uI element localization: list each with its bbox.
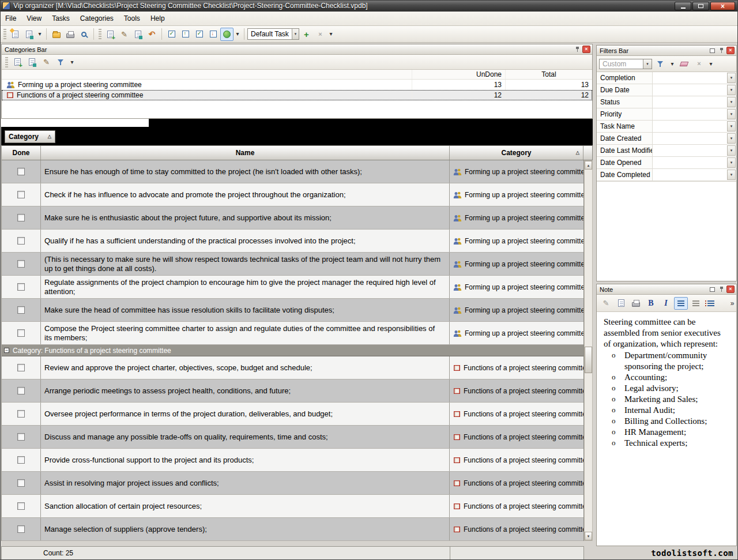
maximize-button[interactable] xyxy=(692,2,709,10)
done-checkbox[interactable] xyxy=(17,479,25,487)
menu-help[interactable]: Help xyxy=(145,13,170,24)
scroll-up-button[interactable] xyxy=(585,161,592,170)
close-panel-button[interactable] xyxy=(726,47,735,54)
menu-file[interactable]: File xyxy=(0,13,21,24)
apply-filter-button[interactable] xyxy=(654,57,667,70)
pin-panel-button[interactable] xyxy=(573,46,581,53)
table-row[interactable]: Check if he has influence to advocate an… xyxy=(2,183,583,206)
done-checkbox[interactable] xyxy=(17,525,25,533)
filter-value[interactable] xyxy=(653,133,736,144)
toolbar-grip[interactable] xyxy=(99,29,101,39)
filter-category-button[interactable] xyxy=(54,55,67,69)
filter-value[interactable] xyxy=(653,96,736,108)
table-row[interactable]: Compose the Project steering committee c… xyxy=(2,322,583,345)
done-checkbox[interactable] xyxy=(17,364,25,371)
table-row[interactable]: Discuss and manage any possible trade-of… xyxy=(2,426,583,449)
table-row[interactable]: Qualify if he has a sufficient understan… xyxy=(2,230,583,253)
table-row[interactable]: Make sure he is enthusiastic about the p… xyxy=(2,206,583,230)
chevron-down-icon[interactable] xyxy=(727,109,736,119)
done-checkbox[interactable] xyxy=(17,387,25,394)
close-button[interactable] xyxy=(710,2,735,10)
italic-button[interactable] xyxy=(659,297,673,310)
chevron-down-icon[interactable] xyxy=(727,121,736,131)
categories-toolbar-chevron[interactable] xyxy=(69,55,76,69)
filter-value[interactable] xyxy=(653,157,736,168)
menu-tools[interactable]: Tools xyxy=(119,13,145,24)
done-checkbox[interactable] xyxy=(17,283,25,291)
float-panel-button[interactable] xyxy=(708,47,716,54)
filter-value[interactable] xyxy=(653,72,736,84)
print-button[interactable] xyxy=(63,28,77,41)
table-row[interactable]: (This is necessary to make sure he will … xyxy=(2,253,583,276)
chevron-down-icon[interactable] xyxy=(727,97,736,107)
done-column-header[interactable]: Done xyxy=(2,146,41,160)
menu-view[interactable]: View xyxy=(21,13,47,24)
category-column-header[interactable]: Category xyxy=(450,146,583,160)
duplicate-task-button[interactable] xyxy=(131,28,145,41)
open-file-button[interactable] xyxy=(22,28,36,41)
filter-value[interactable] xyxy=(653,84,736,96)
chevron-down-icon[interactable] xyxy=(643,59,652,69)
note-header[interactable]: Note xyxy=(597,284,736,295)
pin-panel-button[interactable] xyxy=(717,47,725,54)
clear-filter-button[interactable] xyxy=(677,57,691,70)
print-preview-button[interactable] xyxy=(77,28,91,41)
done-checkbox[interactable] xyxy=(17,237,25,245)
add-subcategory-button[interactable] xyxy=(25,55,39,69)
bullet-list-button[interactable] xyxy=(704,297,718,310)
chevron-down-icon[interactable] xyxy=(727,170,736,180)
titlebar[interactable]: Vip organizer [M:\Vlad\Checklists\Projec… xyxy=(0,0,738,12)
done-checkbox[interactable] xyxy=(17,456,25,464)
toolbar-grip[interactable] xyxy=(3,29,6,39)
app-icon[interactable] xyxy=(2,2,10,10)
done-checkbox[interactable] xyxy=(17,329,25,337)
edit-task-button[interactable] xyxy=(118,28,131,41)
menu-categories[interactable]: Categories xyxy=(75,13,119,24)
group-header-row[interactable]: Category: Functions of a project steerin… xyxy=(2,345,583,356)
delete-filter-button[interactable] xyxy=(692,57,706,70)
chevron-down-icon[interactable] xyxy=(727,157,736,168)
note-toolbar-overflow[interactable] xyxy=(728,297,736,310)
done-checkbox[interactable] xyxy=(17,410,25,418)
open-file-dropdown[interactable] xyxy=(36,28,43,41)
complete-task-button[interactable] xyxy=(165,28,178,41)
table-row[interactable]: Make sure the head of committee has issu… xyxy=(2,299,583,322)
vertical-scrollbar[interactable] xyxy=(584,160,593,541)
tree-view-toggle-button[interactable] xyxy=(220,28,234,41)
menu-tasks[interactable]: Tasks xyxy=(47,13,75,24)
note-editor[interactable]: Steering committee can be assembled from… xyxy=(597,312,736,546)
move-task-down-button[interactable] xyxy=(206,28,220,41)
export-button[interactable] xyxy=(50,28,63,41)
toolbar-options-chevron[interactable] xyxy=(327,28,334,41)
apply-filter-dropdown[interactable] xyxy=(669,57,676,70)
collapse-group-icon[interactable] xyxy=(4,348,9,353)
filter-value[interactable] xyxy=(653,145,736,156)
view-mode-dropdown[interactable] xyxy=(234,28,241,41)
undone-column-header[interactable]: UnDone xyxy=(412,70,506,79)
name-column-header[interactable]: Name xyxy=(41,146,450,160)
table-row[interactable]: Provide cross-functional support to the … xyxy=(2,449,583,472)
chevron-down-icon[interactable] xyxy=(292,29,299,39)
filter-value[interactable] xyxy=(653,169,736,181)
float-panel-button[interactable] xyxy=(708,285,716,293)
category-row-functions[interactable]: Functions of a project steering committe… xyxy=(2,90,592,100)
table-row[interactable]: Sanction allocation of certain project r… xyxy=(2,495,583,518)
filter-value[interactable] xyxy=(653,121,736,132)
table-row[interactable]: Arrange periodic meetings to assess proj… xyxy=(2,379,583,403)
edit-note-button[interactable] xyxy=(599,297,613,310)
group-by-category-button[interactable]: Category xyxy=(5,130,55,143)
scroll-down-button[interactable] xyxy=(585,532,592,540)
undo-button[interactable] xyxy=(145,28,159,41)
table-row[interactable]: Manage selection of suppliers (approve t… xyxy=(2,518,583,541)
move-task-up-button[interactable] xyxy=(179,28,192,41)
chevron-down-icon[interactable] xyxy=(727,133,736,144)
print-note-button[interactable] xyxy=(629,297,643,310)
edit-category-button[interactable] xyxy=(40,55,53,69)
filters-toolbar-chevron[interactable] xyxy=(707,57,714,70)
done-checkbox[interactable] xyxy=(17,433,25,441)
bold-button[interactable] xyxy=(644,297,658,310)
align-justify-button[interactable] xyxy=(689,297,703,310)
insert-file-button[interactable] xyxy=(614,297,628,310)
chevron-down-icon[interactable] xyxy=(727,85,736,95)
add-category-button[interactable] xyxy=(11,55,24,69)
